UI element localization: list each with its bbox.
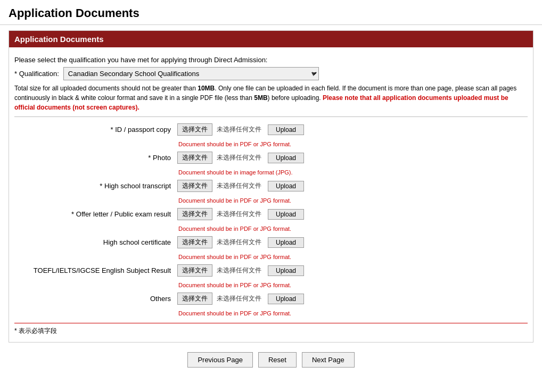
notice-text: Total size for all uploaded documents sh… (14, 84, 528, 112)
field-label-6: Others (14, 290, 174, 307)
upload-button-5[interactable]: Upload (268, 265, 304, 276)
field-label-4: High school certificate (14, 234, 174, 251)
choose-file-button-5[interactable]: 选择文件 (177, 264, 212, 277)
upload-button-3[interactable]: Upload (268, 209, 304, 220)
section-header: Application Documents (9, 31, 533, 47)
page-title: Application Documents (0, 0, 542, 25)
file-none-label-2: 未选择任何文件 (217, 181, 261, 190)
format-hint-2: Document should be in PDF or JPG format. (177, 197, 524, 204)
choose-file-button-2[interactable]: 选择文件 (177, 180, 212, 192)
field-label-5: TOEFL/IELTS/IGCSE English Subject Result (14, 262, 174, 279)
file-none-label-6: 未选择任何文件 (217, 294, 261, 303)
format-hint-6: Document should be in PDF or JPG format. (177, 310, 524, 316)
file-none-label-4: 未选择任何文件 (217, 238, 261, 247)
field-input-3: 选择文件未选择任何文件Upload (174, 206, 528, 222)
upload-button-2[interactable]: Upload (268, 181, 304, 191)
format-hint-3: Document should be in PDF or JPG format. (177, 226, 524, 232)
qualification-label: * Qualification: (14, 70, 59, 78)
field-label-0: * ID / passport copy (14, 121, 174, 138)
field-input-6: 选择文件未选择任何文件Upload (174, 290, 528, 307)
upload-button-6[interactable]: Upload (268, 294, 304, 304)
field-input-4: 选择文件未选择任何文件Upload (174, 234, 528, 251)
file-none-label-3: 未选择任何文件 (217, 210, 261, 219)
choose-file-button-6[interactable]: 选择文件 (177, 293, 212, 305)
file-none-label-0: 未选择任何文件 (217, 125, 261, 134)
file-none-label-1: 未选择任何文件 (217, 153, 261, 162)
field-input-2: 选择文件未选择任何文件Upload (174, 178, 528, 194)
file-none-label-5: 未选择任何文件 (217, 266, 261, 275)
field-label-2: * High school transcript (14, 178, 174, 194)
format-hint-5: Document should be in PDF or JPG format. (177, 282, 524, 288)
upload-button-1[interactable]: Upload (268, 153, 304, 163)
field-label-3: * Offer letter / Public exam result (14, 206, 174, 222)
field-label-1: * Photo (14, 149, 174, 166)
reset-button[interactable]: Reset (258, 352, 297, 368)
format-hint-4: Document should be in PDF or JPG format. (177, 254, 524, 260)
upload-button-4[interactable]: Upload (268, 237, 304, 248)
format-hint-1: Document should be in image format (JPG)… (177, 169, 524, 176)
upload-button-0[interactable]: Upload (268, 124, 304, 135)
choose-file-button-1[interactable]: 选择文件 (177, 152, 212, 164)
choose-file-button-4[interactable]: 选择文件 (177, 236, 212, 248)
previous-page-button[interactable]: Previous Page (187, 352, 253, 368)
format-hint-0: Document should be in PDF or JPG format. (177, 141, 524, 147)
field-input-0: 选择文件未选择任何文件Upload (174, 121, 528, 138)
required-note: * 表示必填字段 (14, 323, 528, 338)
field-input-5: 选择文件未选择任何文件Upload (174, 262, 528, 279)
field-input-1: 选择文件未选择任何文件Upload (174, 149, 528, 166)
qualification-select[interactable]: Canadian Secondary School Qualifications (63, 67, 319, 80)
choose-file-button-0[interactable]: 选择文件 (177, 123, 212, 136)
choose-file-button-3[interactable]: 选择文件 (177, 208, 212, 220)
next-page-button[interactable]: Next Page (302, 352, 355, 368)
intro-text: Please select the qualification you have… (14, 56, 528, 64)
